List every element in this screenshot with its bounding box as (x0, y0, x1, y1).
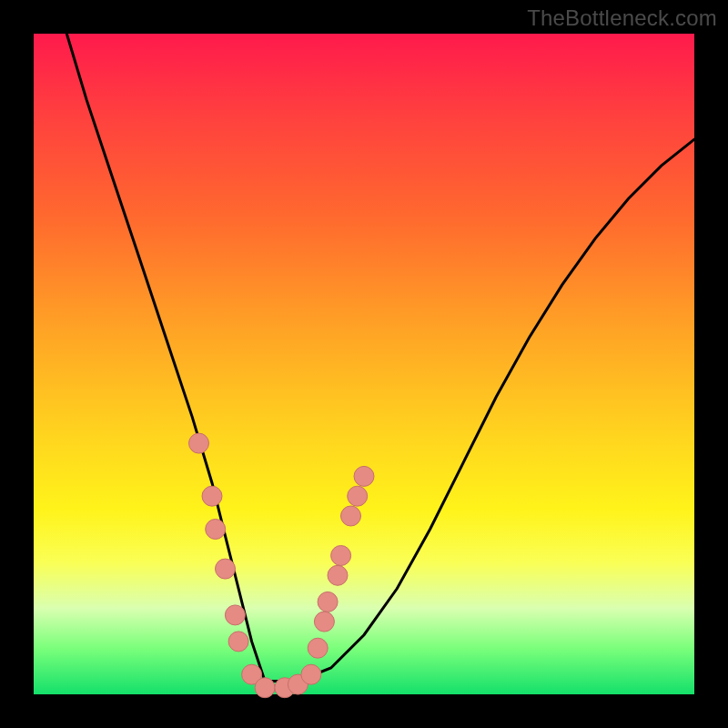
data-marker (308, 638, 328, 658)
data-marker (206, 520, 226, 540)
data-marker (331, 546, 351, 566)
bottleneck-curve (66, 34, 694, 682)
data-marker (255, 678, 275, 698)
chart-frame: TheBottleneck.com (0, 0, 728, 728)
plot-area (34, 34, 694, 694)
data-marker (225, 605, 245, 625)
data-marker (348, 486, 368, 506)
data-marker (314, 612, 334, 632)
data-marker (189, 433, 209, 453)
data-marker (216, 559, 236, 579)
bottleneck-curve-svg (34, 34, 694, 694)
data-marker (354, 466, 374, 486)
data-marker (228, 632, 248, 652)
data-marker (301, 664, 321, 684)
data-marker (318, 592, 338, 612)
data-marker (328, 565, 348, 585)
watermark-text: TheBottleneck.com (527, 5, 717, 31)
data-marker (202, 486, 222, 506)
data-marker (341, 506, 361, 526)
